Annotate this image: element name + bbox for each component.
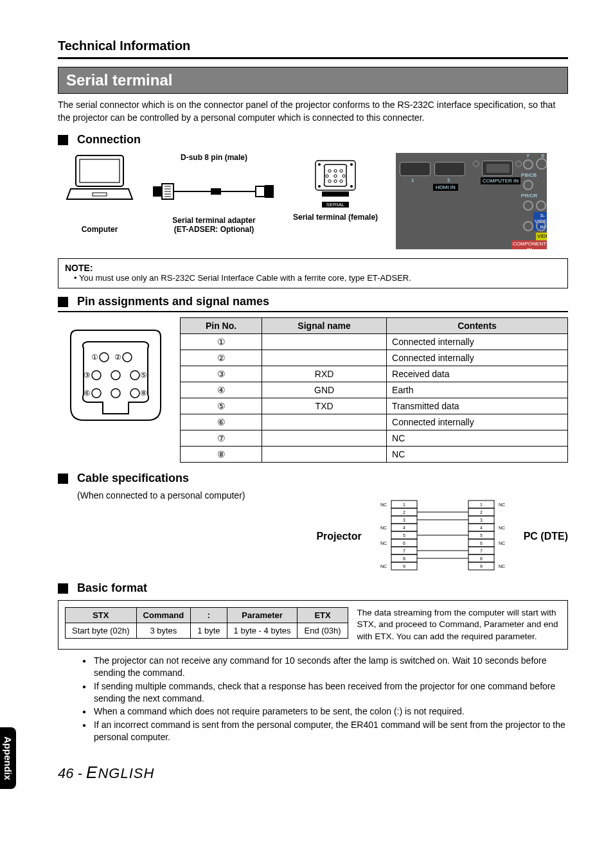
svg-point-17	[318, 185, 321, 188]
svg-point-34	[92, 389, 101, 398]
note-box: NOTE: • You must use only an RS-232C Ser…	[58, 258, 568, 288]
list-item: When a command which does not require pa…	[82, 705, 568, 718]
laptop-icon	[64, 153, 135, 204]
svg-text:8: 8	[403, 556, 405, 561]
panel-num-2: 2	[447, 177, 450, 183]
svg-point-29	[100, 353, 109, 362]
projector-panel-illustration: 1 2 HDMI IN COMPUTER IN Y S PB/CB PR/CR …	[396, 153, 547, 249]
svg-text:NC: NC	[499, 502, 505, 507]
panel-component-label: COMPONENT IN	[511, 240, 547, 249]
svg-point-19	[328, 170, 331, 172]
fmt-th-colon: :	[191, 608, 227, 623]
page-number: 46 - ENGLISH	[58, 763, 154, 783]
dsub-label: D-sub 8 pin (male)	[153, 153, 275, 162]
svg-text:6: 6	[480, 541, 483, 545]
panel-pbcb-label: PB/CB	[521, 172, 537, 178]
svg-rect-3	[153, 186, 162, 197]
svg-text:1: 1	[403, 502, 405, 507]
svg-rect-1	[80, 159, 120, 182]
subheading-connection: Connection	[58, 133, 568, 146]
svg-point-25	[328, 180, 331, 182]
list-item: The projector can not receive any comman…	[82, 655, 568, 679]
table-row: ⑥Connected internally	[181, 414, 568, 430]
svg-point-31	[92, 371, 101, 380]
svg-rect-11	[211, 188, 221, 195]
serial-connector-icon	[313, 153, 358, 198]
svg-text:6: 6	[403, 541, 405, 545]
fmt-td-etx: End (03h)	[298, 623, 348, 639]
fmt-td-stx: Start byte (02h)	[66, 623, 137, 639]
svg-point-16	[350, 163, 353, 166]
page-title: Technical Information	[58, 39, 568, 59]
table-row: ②Connected internally	[181, 350, 568, 366]
computer-label: Computer	[64, 225, 135, 234]
adapter-label-1: Serial terminal adapter	[153, 216, 275, 225]
svg-point-35	[111, 389, 120, 398]
svg-text:7: 7	[480, 549, 483, 553]
panel-num-1: 1	[411, 177, 414, 183]
svg-text:9: 9	[480, 564, 483, 569]
svg-text:NC: NC	[380, 526, 387, 530]
list-item: If an incorrect command is sent from the…	[82, 719, 568, 743]
svg-point-18	[350, 185, 353, 188]
panel-computer-in-label: COMPUTER IN	[481, 177, 520, 184]
fmt-td-colon: 1 byte	[191, 623, 227, 639]
svg-text:NC: NC	[499, 541, 505, 545]
panel-prcr-label: PR/CR	[521, 193, 537, 199]
note-body: • You must use only an RS-232C Serial In…	[74, 273, 561, 283]
fmt-td-parameter: 1 byte - 4 bytes	[227, 623, 298, 639]
svg-rect-14	[315, 161, 355, 190]
pin-table: Pin No. Signal name Contents ①Connected …	[180, 317, 568, 463]
subheading-connection-label: Connection	[77, 133, 141, 146]
pin-th-pin: Pin No.	[181, 318, 262, 334]
table-row: ⑧NC	[181, 447, 568, 463]
svg-text:2: 2	[480, 510, 483, 515]
svg-rect-2	[93, 193, 107, 196]
svg-point-27	[340, 180, 342, 182]
svg-rect-28	[322, 191, 349, 197]
svg-text:3: 3	[480, 518, 483, 522]
subheading-basic-format: Basic format	[58, 581, 568, 595]
table-row: ⑦NC	[181, 430, 568, 447]
svg-text:NC: NC	[380, 564, 387, 569]
svg-text:3: 3	[403, 518, 405, 522]
subheading-pins: Pin assignments and signal names	[58, 295, 568, 312]
svg-text:③: ③	[84, 371, 91, 380]
svg-point-36	[130, 389, 139, 398]
pc-side-label: PC (DTE)	[524, 531, 568, 542]
format-bullets: The projector can not receive any comman…	[82, 655, 568, 743]
subheading-basic-format-label: Basic format	[77, 581, 147, 595]
svg-text:5: 5	[403, 533, 405, 538]
svg-point-24	[342, 175, 345, 177]
svg-point-15	[318, 163, 321, 166]
section-heading: Serial terminal	[58, 67, 568, 94]
svg-text:5: 5	[480, 533, 483, 538]
serial-female-label: Serial terminal (female)	[293, 213, 378, 222]
svg-text:1: 1	[480, 502, 483, 507]
cable-wiring-diagram: 1 2 3 4 5 6 7 8 9 NC NC NC NC	[372, 498, 513, 575]
svg-text:⑤: ⑤	[140, 371, 147, 380]
note-title: NOTE:	[65, 263, 561, 273]
svg-text:4: 4	[480, 526, 483, 530]
table-row: ③RXDReceived data	[181, 366, 568, 382]
intro-paragraph: The serial connector which is on the con…	[58, 99, 568, 124]
projector-side-label: Projector	[316, 531, 361, 542]
side-tab-appendix: Appendix	[0, 727, 16, 789]
svg-text:8: 8	[480, 556, 483, 561]
svg-text:②: ②	[114, 353, 121, 362]
pin-th-contents: Contents	[387, 318, 568, 334]
fmt-th-command: Command	[136, 608, 191, 623]
svg-text:NC: NC	[499, 564, 505, 569]
fmt-th-etx: ETX	[298, 608, 348, 623]
adapter-icon	[153, 179, 275, 204]
svg-text:2: 2	[403, 510, 405, 515]
connection-diagram: Computer D-sub 8 pin (male) Se	[64, 153, 568, 249]
basic-format-table: STX Command : Parameter ETX Start byte (…	[65, 607, 348, 639]
svg-text:9: 9	[403, 564, 405, 569]
panel-hdmi-label: HDMI IN	[433, 184, 458, 191]
basic-format-box: STX Command : Parameter ETX Start byte (…	[58, 600, 568, 650]
svg-text:NC: NC	[499, 526, 505, 530]
svg-rect-0	[76, 155, 123, 186]
svg-text:NC: NC	[380, 502, 387, 507]
svg-rect-12	[256, 186, 265, 197]
